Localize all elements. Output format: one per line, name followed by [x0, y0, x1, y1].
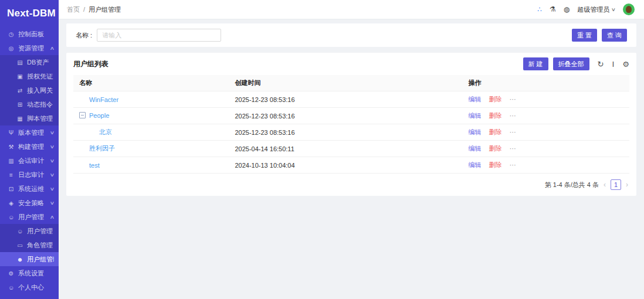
more-actions-icon[interactable]: ⋯: [510, 128, 517, 135]
new-button[interactable]: 新 建: [523, 57, 548, 70]
sidebar-item-label: 用户管理: [18, 213, 49, 222]
sidebar-item-profile[interactable]: ☺ 个人中心: [0, 280, 59, 294]
group-name-link[interactable]: WinFacter: [89, 96, 118, 103]
delete-link[interactable]: 删除: [489, 96, 502, 103]
collapse-toggle-icon[interactable]: [79, 112, 86, 118]
more-actions-icon[interactable]: ⋯: [510, 96, 517, 103]
edit-link[interactable]: 编辑: [469, 161, 482, 168]
collapse-all-button[interactable]: 折叠全部: [553, 57, 589, 70]
chevron-up-icon: ∧: [50, 215, 55, 220]
group-name-link[interactable]: test: [89, 162, 100, 169]
globe-icon[interactable]: ◍: [564, 6, 570, 13]
chevron-down-icon: ∨: [50, 186, 55, 192]
actions-cell: 编辑 删除 ⋯: [463, 157, 629, 174]
toolbar-icons: ↻ Ⅰ ⚙: [598, 60, 629, 68]
sidebar-item-label: 资源管理: [18, 44, 49, 53]
dashboard-icon: ◷: [7, 31, 15, 38]
gateway-icon: ⇄: [16, 87, 24, 94]
delete-link[interactable]: 删除: [489, 128, 502, 135]
edit-link[interactable]: 编辑: [469, 96, 482, 103]
sidebar-item-version[interactable]: Ψ 版本管理 ∨: [0, 125, 59, 140]
more-actions-icon[interactable]: ⋯: [510, 112, 517, 119]
sidebar-item-resource[interactable]: ◎ 资源管理 ∧: [0, 41, 59, 55]
actions-cell: 编辑 删除 ⋯: [463, 108, 629, 124]
more-actions-icon[interactable]: ⋯: [510, 161, 517, 168]
sidebar-submenu-user-mgmt: ☺ 用户管理 ▭ 角色管理 ☻ 用户组管理: [0, 224, 59, 266]
created-cell: 2025-12-23 08:53:16: [229, 108, 462, 124]
user-group-list-card: 用户组列表 新 建 折叠全部 ↻ Ⅰ ⚙: [66, 53, 636, 196]
sidebar-item-ops[interactable]: ⊡ 系统运维 ∨: [0, 182, 59, 196]
sidebar-item-db-asset[interactable]: ▤ DB资产: [0, 55, 59, 69]
sitemap-icon[interactable]: ∴: [537, 6, 542, 13]
sidebar-item-session-audit[interactable]: ▥ 会话审计 ∨: [0, 154, 59, 168]
reset-button[interactable]: 重 置: [572, 29, 597, 42]
sidebar-item-label: 授权凭证: [27, 72, 54, 81]
sidebar-item-dashboard[interactable]: ◷ 控制面板: [0, 27, 59, 41]
table-settings-icon[interactable]: ⚙: [622, 60, 629, 68]
prev-page-icon[interactable]: ‹: [604, 181, 606, 189]
edit-link[interactable]: 编辑: [469, 128, 482, 135]
breadcrumb-home[interactable]: 首页: [67, 5, 80, 14]
name-cell: WinFacter: [73, 91, 229, 108]
sidebar-item-security[interactable]: ◈ 安全策略 ∨: [0, 196, 59, 210]
delete-link[interactable]: 删除: [489, 161, 502, 168]
sidebar-item-label: 角色管理: [27, 241, 54, 250]
created-cell: 2025-04-14 16:50:11: [229, 141, 462, 157]
created-cell: 2025-12-23 08:53:16: [229, 91, 462, 108]
column-header-name: 名称: [73, 75, 229, 91]
group-name-link[interactable]: People: [89, 112, 109, 119]
user-mgmt-icon: ☺: [7, 214, 15, 220]
sidebar-item-user[interactable]: ☺ 用户管理: [0, 224, 59, 238]
edit-link[interactable]: 编辑: [469, 145, 482, 152]
delete-link[interactable]: 删除: [489, 112, 502, 119]
name-cell: test: [73, 157, 229, 174]
table-header-row: 名称 创建时间 操作: [73, 75, 629, 91]
main-area: 首页 / 用户组管理 ∴ ⚗ ◍ 超级管理员 ∨ 名称 : 重: [59, 0, 644, 299]
sidebar-submenu-resource: ▤ DB资产 ▣ 授权凭证 ⇄ 接入网关 ⊞ 动态指令 ▦ 脚本管理: [0, 55, 59, 125]
page-number[interactable]: 1: [611, 179, 621, 190]
sidebar-item-dynamic-command[interactable]: ⊞ 动态指令: [0, 97, 59, 111]
topbar: 首页 / 用户组管理 ∴ ⚗ ◍ 超级管理员 ∨: [59, 0, 644, 19]
chevron-up-icon: ∧: [50, 46, 55, 51]
refresh-icon[interactable]: ↻: [598, 60, 604, 68]
user-menu[interactable]: 超级管理员 ∨: [577, 5, 615, 14]
sidebar-item-user-group[interactable]: ☻ 用户组管理: [0, 252, 59, 266]
table-row: test 2024-10-13 10:04:04 编辑 删除 ⋯: [73, 157, 629, 174]
group-name-link[interactable]: 北京: [99, 128, 112, 135]
sidebar-item-script[interactable]: ▦ 脚本管理: [0, 111, 59, 125]
user-group-table: 名称 创建时间 操作 WinFacter 2025-12-23 08:53:16…: [73, 75, 629, 174]
chevron-down-icon: ∨: [611, 7, 616, 12]
group-name-link[interactable]: 胜利因子: [89, 145, 115, 152]
avatar[interactable]: [623, 4, 635, 15]
edit-link[interactable]: 编辑: [469, 112, 482, 119]
search-button[interactable]: 查 询: [602, 29, 627, 42]
more-actions-icon[interactable]: ⋯: [510, 145, 517, 152]
pagination: 第 1-4 条/总共 4 条 ‹ 1 ›: [73, 179, 629, 190]
app-window: Next-DBM ◷ 控制面板 ◎ 资源管理 ∧ ▤ DB资产 ▣ 授权凭证: [0, 0, 644, 299]
credential-icon: ▣: [16, 73, 24, 80]
settings-icon: ⚙: [7, 270, 15, 277]
next-page-icon[interactable]: ›: [626, 181, 628, 189]
profile-icon: ☺: [7, 284, 15, 291]
script-icon: ▦: [16, 115, 24, 122]
density-icon[interactable]: Ⅰ: [612, 60, 615, 68]
topbar-actions: ∴ ⚗ ◍ 超级管理员 ∨: [537, 4, 635, 15]
delete-link[interactable]: 删除: [489, 145, 502, 152]
table-row: 胜利因子 2025-04-14 16:50:11 编辑 删除 ⋯: [73, 141, 629, 157]
sidebar-item-credential[interactable]: ▣ 授权凭证: [0, 69, 59, 83]
sidebar-item-log-audit[interactable]: ≡ 日志审计 ∨: [0, 168, 59, 182]
sidebar-item-build[interactable]: ⚒ 构建管理 ∨: [0, 140, 59, 154]
name-filter-input[interactable]: [97, 29, 221, 42]
user-group-icon: ☻: [16, 256, 24, 263]
sidebar-item-settings[interactable]: ⚙ 系统设置: [0, 266, 59, 280]
experiment-icon[interactable]: ⚗: [550, 6, 556, 13]
app-logo: Next-DBM: [0, 0, 59, 27]
sidebar-item-role[interactable]: ▭ 角色管理: [0, 238, 59, 252]
chevron-down-icon: ∨: [50, 172, 55, 178]
version-icon: Ψ: [7, 130, 15, 136]
build-icon: ⚒: [7, 144, 15, 150]
column-header-created: 创建时间: [229, 75, 462, 91]
sidebar-item-gateway[interactable]: ⇄ 接入网关: [0, 83, 59, 97]
sidebar-item-user-mgmt[interactable]: ☺ 用户管理 ∧: [0, 210, 59, 224]
sidebar-item-label: 用户管理: [27, 227, 54, 236]
